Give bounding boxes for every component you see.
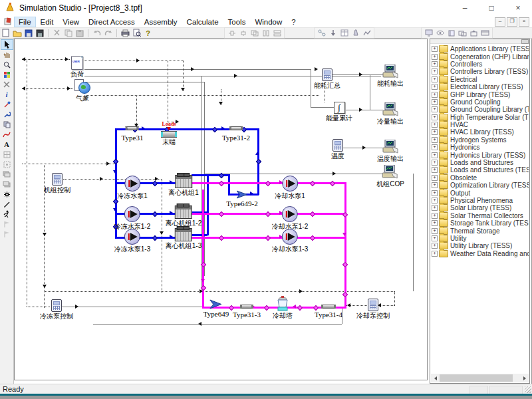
expand-icon[interactable]: + <box>432 213 438 219</box>
component-chiller-1[interactable]: 离心机组1 <box>168 175 199 196</box>
expand-icon[interactable]: + <box>432 182 438 188</box>
tree-item[interactable]: +Applications Library (TESS) <box>432 45 529 53</box>
tree-item-label: Controllers Library (TESS) <box>450 68 528 75</box>
component-temperature[interactable]: 温度 <box>331 139 344 160</box>
component-chiller-2[interactable]: 离心机组1-2 <box>166 205 201 227</box>
tree-item[interactable]: +Ground Coupling <box>432 98 529 106</box>
tree-item[interactable]: +Hydronics Library (TESS) <box>432 151 529 158</box>
expand-icon[interactable]: + <box>432 68 438 74</box>
tree-item[interactable]: +Solar Thermal Collectors <box>432 212 529 219</box>
tree-item[interactable]: +Loads and Structures <box>432 159 529 166</box>
tree-item[interactable]: +Solar Library (TESS) <box>432 204 529 211</box>
expand-icon[interactable]: + <box>432 205 438 211</box>
component-energy-output[interactable]: 能耗输出 <box>377 65 404 87</box>
tree-item[interactable]: +Weather Data Reading and Process <box>432 250 529 257</box>
tree-item[interactable]: +Electrical <box>432 76 529 83</box>
tree-item[interactable]: +Utility Library (TESS) <box>432 242 529 249</box>
tree-item[interactable]: +Utility <box>432 235 529 242</box>
component-cw-pump-3[interactable]: 冷却水泵1-3 <box>272 229 308 253</box>
tree-item[interactable]: +Controllers <box>432 61 529 68</box>
expand-icon[interactable]: + <box>432 235 438 241</box>
expand-icon[interactable]: + <box>432 61 438 67</box>
tree-item[interactable]: +Controllers Library (TESS) <box>432 68 529 75</box>
tree-item[interactable]: +Storage Tank Library (TESS) <box>432 219 529 227</box>
expand-icon[interactable]: + <box>432 160 438 166</box>
expand-icon[interactable]: + <box>432 92 438 98</box>
tree-item[interactable]: +Output <box>432 189 529 196</box>
component-cw-pump-control[interactable]: 冷却泵控制 <box>356 299 390 319</box>
wire-segment <box>61 307 202 307</box>
tree-item[interactable]: +Ground Coupling Library (TESS) <box>432 106 529 113</box>
expand-icon[interactable]: + <box>432 54 438 60</box>
expand-icon[interactable]: + <box>432 220 438 226</box>
tree-item[interactable]: +Obsolete <box>432 174 529 182</box>
expand-icon[interactable]: + <box>432 152 438 158</box>
component-terminal-unit[interactable]: Loads 末端 <box>161 122 177 146</box>
expand-icon[interactable]: + <box>432 167 438 173</box>
expand-icon[interactable]: + <box>432 144 438 150</box>
component-label: 能耗汇总 <box>314 82 340 89</box>
tree-item[interactable]: +Optimization Library (TESS) <box>432 182 529 189</box>
component-unit-control[interactable]: 机组控制 <box>44 173 70 194</box>
tree-item[interactable]: +HVAC Library (TESS) <box>432 128 529 136</box>
tree-horizontal-scrollbar[interactable] <box>431 374 529 382</box>
tree-item-label: Weather Data Reading and Process <box>450 250 529 257</box>
component-chw-pump-2[interactable]: 冷冻水泵1-2 <box>114 206 150 230</box>
component-chw-pump-1[interactable]: 冷冻水泵1 <box>117 176 148 200</box>
expand-icon[interactable]: + <box>432 99 438 105</box>
tree-item[interactable]: +GHP Library (TESS) <box>432 90 529 98</box>
expand-icon[interactable]: + <box>432 84 438 90</box>
component-diverter-type649-2[interactable]: Type649-2 <box>226 190 258 207</box>
tree-item[interactable]: +High Temperature Solar (TESS) <box>432 114 529 121</box>
expand-icon[interactable]: + <box>432 190 438 196</box>
tree-panel-scroll-button[interactable] <box>521 39 529 44</box>
component-chw-pump-control[interactable]: 冷冻泵控制 <box>40 299 73 320</box>
tree-item[interactable]: +Cogeneration (CHP) Library (TESS) <box>432 53 529 60</box>
component-load-reader[interactable]: USER 负荷 <box>70 56 84 78</box>
expand-icon[interactable]: + <box>432 114 438 120</box>
component-pipe-type31-3[interactable]: Type31-3 <box>233 305 261 319</box>
scroll-left-button[interactable] <box>431 374 440 382</box>
component-diverter-type649[interactable]: Type649 <box>203 299 229 318</box>
expand-icon[interactable]: + <box>432 251 438 257</box>
tree-item[interactable]: +Hydrogen Systems <box>432 136 529 144</box>
scroll-right-button[interactable] <box>520 374 529 382</box>
resize-grip[interactable] <box>525 386 531 393</box>
expand-icon[interactable]: + <box>432 106 438 112</box>
flow-arrow <box>67 86 70 90</box>
tree-item[interactable]: +Electrical Library (TESS) <box>432 83 529 90</box>
tree-item[interactable]: +Thermal Storage <box>432 227 529 234</box>
component-pipe-type31[interactable]: Type31 <box>122 126 144 142</box>
component-pipe-type31-2[interactable]: Type31-2 <box>222 126 250 142</box>
diverter-icon <box>209 299 223 310</box>
component-chiller-3[interactable]: 离心机组1-3 <box>166 228 201 249</box>
expand-icon[interactable]: + <box>432 198 438 203</box>
tree-item[interactable]: +HVAC <box>432 121 529 128</box>
expand-icon[interactable]: + <box>432 46 438 52</box>
expand-icon[interactable]: + <box>432 228 438 234</box>
expand-icon[interactable]: + <box>432 137 438 143</box>
component-cw-pump-2[interactable]: 冷却水泵1-2 <box>272 206 308 230</box>
expand-icon[interactable]: + <box>432 243 438 249</box>
component-unit-cop-output[interactable]: 机组COP <box>376 165 404 188</box>
expand-icon[interactable]: + <box>432 76 438 82</box>
tree-item[interactable]: +Hydronics <box>432 144 529 151</box>
component-weather-data[interactable]: 气象 <box>74 79 90 102</box>
component-chw-pump-3[interactable]: 冷冻水泵1-3 <box>114 229 150 253</box>
wire-segment <box>84 69 311 70</box>
tree-item[interactable]: +Loads and Structures (TESS) <box>432 166 529 174</box>
calculator-icon <box>368 299 378 311</box>
component-pipe-type31-4[interactable]: Type31-4 <box>315 305 342 319</box>
component-energy-summary[interactable]: 能耗汇总 <box>314 68 340 89</box>
component-cooling-tower[interactable]: 冷却塔 <box>273 295 293 319</box>
expand-icon[interactable]: + <box>432 175 438 181</box>
scrollbar-thumb[interactable] <box>440 374 513 382</box>
pump-icon <box>282 206 298 222</box>
tree-item[interactable]: +Physical Phenomena <box>432 197 529 204</box>
expand-icon[interactable]: + <box>432 122 438 128</box>
component-cooling-output[interactable]: 冷量输出 <box>377 102 404 125</box>
component-cw-pump-1[interactable]: 冷却水泵1 <box>275 176 305 200</box>
component-temperature-output[interactable]: 温度输出 <box>377 140 404 162</box>
component-energy-accumulator[interactable]: ∫ 能量累计 <box>326 102 352 122</box>
expand-icon[interactable]: + <box>432 129 438 135</box>
